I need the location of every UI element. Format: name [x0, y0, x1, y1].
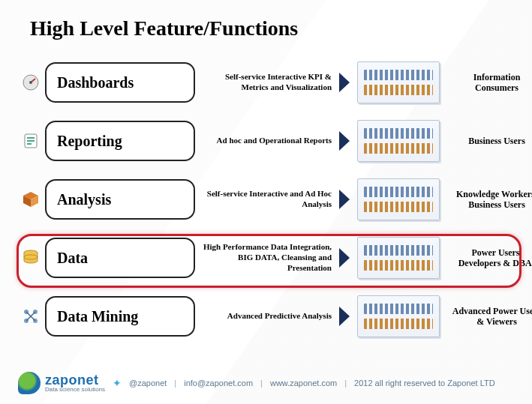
page-title: High Level Feature/Functions: [30, 16, 298, 40]
pill-label: Data Mining: [57, 308, 138, 325]
thumbnail-data: [357, 237, 440, 279]
audience-data: Power Users, Developers & DBAs: [452, 247, 532, 269]
pill-label: Data: [57, 250, 88, 267]
separator: |: [260, 379, 263, 388]
database-icon: [21, 248, 41, 268]
desc-datamining: Advanced Predictive Analysis: [200, 311, 335, 322]
audience-datamining: Advanced Power Users & Viewers: [452, 306, 532, 328]
dashboard-icon: [21, 73, 41, 92]
pill-label: Dashboards: [57, 74, 134, 91]
audience-reporting: Business Users: [452, 136, 532, 146]
row-datamining: Data Mining Advanced Predictive Analysis…: [21, 294, 517, 339]
pill-analysis: Analysis: [45, 179, 195, 220]
cube-icon: [21, 190, 41, 209]
row-analysis: Analysis Self-service Interactive and Ad…: [21, 177, 517, 222]
feature-rows: Dashboards Self-service Interactive KPI …: [21, 60, 517, 339]
pill-label: Reporting: [57, 133, 122, 150]
desc-data: High Performance Data Integration, BIG D…: [200, 242, 335, 273]
footer-site: www.zaponet.com: [270, 379, 337, 388]
brand-logo: zaponet Data science solutions: [18, 372, 105, 394]
pill-datamining: Data Mining: [45, 296, 195, 337]
thumbnail-dashboards: [357, 61, 440, 103]
arrow-icon: [339, 307, 353, 326]
pill-data: Data: [45, 238, 195, 278]
arrow-icon: [339, 190, 353, 209]
report-icon: [21, 131, 41, 151]
pill-reporting: Reporting: [45, 121, 195, 161]
separator: |: [344, 379, 347, 388]
row-dashboards: Dashboards Self-service Interactive KPI …: [21, 60, 517, 105]
twitter-icon: ✦: [113, 377, 122, 389]
desc-analysis: Self-service Interactive and Ad Hoc Anal…: [200, 189, 335, 210]
footer-rights: 2012 all right reserved to Zaponet LTD: [354, 379, 495, 388]
thumbnail-datamining: [357, 295, 440, 337]
desc-dashboards: Self-service Interactive KPI & Metrics a…: [200, 72, 335, 93]
mining-icon: [21, 307, 41, 326]
footer: zaponet Data science solutions ✦ @zapone…: [18, 367, 520, 400]
pill-label: Analysis: [57, 191, 111, 208]
row-data: Data High Performance Data Integration, …: [21, 235, 517, 280]
footer-email: info@zaponet.com: [184, 379, 253, 388]
brand-name: zaponet: [45, 373, 105, 387]
brand-tagline: Data science solutions: [45, 387, 105, 393]
thumbnail-reporting: [357, 120, 440, 162]
separator: |: [174, 379, 176, 388]
arrow-icon: [339, 131, 353, 151]
svg-point-1: [29, 81, 32, 84]
arrow-icon: [339, 248, 353, 268]
audience-dashboards: Information Consumers: [452, 72, 532, 94]
audience-analysis: Knowledge Workers/ Business Users: [452, 189, 532, 211]
logo-mark-icon: [18, 372, 41, 394]
row-reporting: Reporting Ad hoc and Operational Reports…: [21, 118, 517, 163]
desc-reporting: Ad hoc and Operational Reports: [200, 136, 335, 146]
footer-twitter: @zaponet: [129, 379, 167, 388]
arrow-icon: [339, 73, 353, 92]
pill-dashboards: Dashboards: [45, 62, 195, 103]
thumbnail-analysis: [357, 178, 440, 220]
